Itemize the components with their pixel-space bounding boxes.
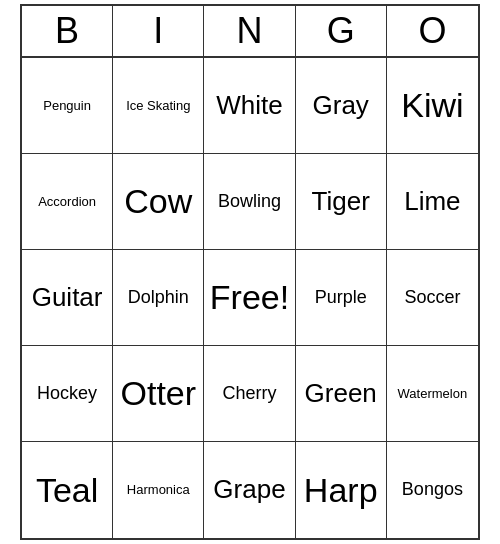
bingo-cell: Cow <box>113 154 204 250</box>
bingo-header: BINGO <box>22 6 478 58</box>
cell-text: Kiwi <box>401 85 463 126</box>
cell-text: Grape <box>213 474 285 505</box>
bingo-cell: Free! <box>204 250 295 346</box>
cell-text: Ice Skating <box>126 98 190 114</box>
bingo-cell: Accordion <box>22 154 113 250</box>
bingo-cell: Kiwi <box>387 58 478 154</box>
cell-text: Soccer <box>404 287 460 309</box>
cell-text: Green <box>305 378 377 409</box>
bingo-cell: Tiger <box>296 154 387 250</box>
cell-text: Guitar <box>32 282 103 313</box>
bingo-cell: Otter <box>113 346 204 442</box>
bingo-cell: Purple <box>296 250 387 346</box>
bingo-cell: Grape <box>204 442 295 538</box>
bingo-cell: Gray <box>296 58 387 154</box>
cell-text: Harp <box>304 470 378 511</box>
bingo-cell: Soccer <box>387 250 478 346</box>
bingo-cell: Harmonica <box>113 442 204 538</box>
bingo-grid: PenguinIce SkatingWhiteGrayKiwiAccordion… <box>22 58 478 538</box>
cell-text: Tiger <box>312 186 370 217</box>
cell-text: Cherry <box>222 383 276 405</box>
bingo-cell: Bongos <box>387 442 478 538</box>
bingo-card: BINGO PenguinIce SkatingWhiteGrayKiwiAcc… <box>20 4 480 540</box>
header-letter: B <box>22 6 113 56</box>
cell-text: Otter <box>121 373 197 414</box>
bingo-cell: Green <box>296 346 387 442</box>
header-letter: I <box>113 6 204 56</box>
cell-text: Accordion <box>38 194 96 210</box>
bingo-cell: Cherry <box>204 346 295 442</box>
cell-text: Purple <box>315 287 367 309</box>
bingo-cell: Dolphin <box>113 250 204 346</box>
bingo-cell: Bowling <box>204 154 295 250</box>
bingo-cell: Guitar <box>22 250 113 346</box>
cell-text: White <box>216 90 282 121</box>
cell-text: Teal <box>36 470 98 511</box>
header-letter: N <box>204 6 295 56</box>
cell-text: Gray <box>313 90 369 121</box>
bingo-cell: White <box>204 58 295 154</box>
cell-text: Harmonica <box>127 482 190 498</box>
bingo-cell: Ice Skating <box>113 58 204 154</box>
cell-text: Dolphin <box>128 287 189 309</box>
bingo-cell: Lime <box>387 154 478 250</box>
bingo-cell: Teal <box>22 442 113 538</box>
cell-text: Bowling <box>218 191 281 213</box>
bingo-cell: Watermelon <box>387 346 478 442</box>
bingo-cell: Hockey <box>22 346 113 442</box>
header-letter: O <box>387 6 478 56</box>
bingo-cell: Penguin <box>22 58 113 154</box>
cell-text: Lime <box>404 186 460 217</box>
cell-text: Penguin <box>43 98 91 114</box>
bingo-cell: Harp <box>296 442 387 538</box>
cell-text: Hockey <box>37 383 97 405</box>
cell-text: Cow <box>124 181 192 222</box>
cell-text: Bongos <box>402 479 463 501</box>
cell-text: Free! <box>210 277 289 318</box>
header-letter: G <box>296 6 387 56</box>
cell-text: Watermelon <box>398 386 468 402</box>
